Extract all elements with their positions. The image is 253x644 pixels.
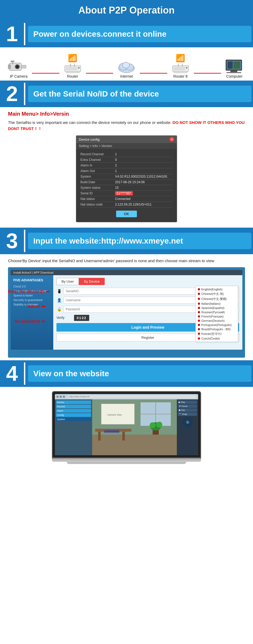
password-field-icon: 🔒 [56, 307, 62, 311]
dialog-ok-button[interactable]: OK [116, 211, 137, 217]
svg-rect-22 [174, 72, 187, 73]
laptop-screen: http://www.xmeye.net Device Record Alarm… [52, 391, 201, 458]
verify-code: 0132 [74, 315, 89, 321]
toolbar-dot-2 [60, 396, 62, 398]
device-internet: Internet [113, 59, 140, 78]
svg-text:Camera View: Camera View [107, 413, 122, 416]
lang-dot-pt [198, 324, 200, 326]
ip-camera-icon-area [8, 59, 29, 73]
router1-label: Router [67, 74, 78, 78]
lang-italian[interactable]: Italian(Italiano) [196, 302, 238, 306]
lang-french[interactable]: French(Français) [196, 314, 238, 319]
lang-label-ru: Russian(Русский) [201, 311, 225, 314]
row-value-alarm-out: 1 [115, 169, 173, 173]
row-value-extra: 0 [115, 158, 173, 162]
annotations-container: Enter the device ID ⬅ Admin ⬅ No passwor… [8, 288, 51, 326]
lang-label-es: Spanish(Español) [201, 306, 225, 310]
dialog-close-button[interactable]: ✕ [169, 137, 174, 142]
svg-rect-4 [21, 65, 26, 68]
serial-desc-text: The SerialNo is very important.we can co… [8, 120, 172, 125]
nav-item-3: Alarm [56, 409, 91, 413]
nav-item-1: Device [56, 400, 91, 404]
row-value-alarm-in: 2 [115, 164, 173, 167]
row-label-nat-code: Nat status code [80, 203, 115, 206]
language-dropdown: English(English) Chinese(中文-简) Chinese(中… [195, 286, 238, 342]
lang-dot-zhs [198, 293, 200, 295]
row-label-extra: Extra Channel [80, 158, 115, 162]
row-value-nat: Connected [115, 197, 173, 201]
xmeye-install-text: Install ActiveX | APP Download [13, 271, 54, 274]
step3-number: 3 [0, 228, 24, 254]
svg-rect-25 [227, 61, 233, 69]
step1-text: Power on devices.connect it online [33, 30, 166, 38]
svg-rect-26 [233, 61, 240, 69]
dialog-titlebar: Device config ✕ [76, 136, 177, 143]
lang-label-it: Italian(Italiano) [201, 302, 221, 305]
annotation-label-3: No password [8, 319, 40, 323]
toolbar-dot-3 [63, 396, 65, 398]
internet-label: Internet [120, 74, 133, 78]
nav-item-2: Record [56, 405, 91, 408]
svg-rect-6 [11, 61, 14, 62]
lang-german[interactable]: German(Deutsch) [196, 319, 238, 323]
page-header: About P2P Operation [0, 0, 253, 21]
lang-label-fr: French(Français) [201, 315, 224, 318]
row-value-nat-code: 2:123.59.25.129/1/0/+011 [115, 203, 173, 206]
lang-dot-es [198, 307, 200, 309]
lang-czech[interactable]: Czech(České) [196, 336, 238, 341]
step4-number: 4 [0, 360, 24, 387]
lang-brazil[interactable]: Brazil(Português - BR) [196, 327, 238, 331]
lang-russian[interactable]: Russian(Русский) [196, 310, 238, 314]
step3-content: Choose'By Device'.input the SerialNO and… [0, 254, 253, 360]
step4-content: http://www.xmeye.net Device Record Alarm… [0, 387, 253, 469]
laptop-screen-inner: http://www.xmeye.net Device Record Alarm… [55, 394, 198, 455]
annotation-no-password: No password ⬅ [8, 318, 51, 324]
lang-korean[interactable]: Korean(한국어) [196, 331, 238, 336]
lang-spanish[interactable]: Spanish(Español) [196, 306, 238, 310]
annotation-admin: Admin ⬅ [8, 303, 51, 309]
step2-number: 2 [0, 81, 24, 107]
address-bar: http://www.xmeye.net [68, 395, 197, 398]
cloud-icon [116, 59, 137, 73]
annotation-arrow-1: ⬅ [46, 288, 50, 294]
serial-description: The SerialNo is very important.we can co… [8, 120, 245, 132]
step2-content: Main Menu> Info>Versin The SerialNo is v… [0, 107, 253, 228]
dialog-row-nat-status: Nat status Connected [80, 196, 173, 202]
lang-dot-en [198, 288, 200, 290]
svg-rect-30 [92, 434, 177, 455]
svg-rect-12 [66, 72, 79, 73]
step2-text: Get the Serial No/ID of the device [33, 89, 159, 98]
page-title: About P2P Operation [3, 5, 250, 16]
lang-chinese-traditional[interactable]: Chinese(中文-繁體) [196, 296, 238, 302]
device-router2: 📶 Router 8 [167, 54, 194, 78]
row-label-sys-status: System status [80, 186, 115, 190]
control-knob: ⊕ [182, 417, 193, 428]
step1-number: 1 [0, 21, 24, 47]
main-menu-label: Main Menu> Info>Versin [8, 111, 245, 117]
control-btn-3: ⏺ Rec [178, 408, 197, 412]
svg-rect-20 [178, 64, 179, 67]
lang-label-br: Brazil(Português - BR) [201, 328, 231, 331]
lang-label-de: German(Deutsch) [201, 319, 225, 322]
dialog-row-alarm-out: Alarm Out 1 [80, 168, 173, 174]
lang-chinese-simplified[interactable]: Chinese(中文-简) [196, 291, 238, 296]
row-value-record: 1 [115, 152, 173, 156]
annotation-enter-id: Enter the device ID ⬅ [8, 288, 51, 294]
router2-label: Router 8 [173, 74, 188, 78]
nav-item-4: Config [56, 413, 91, 417]
svg-rect-36 [98, 432, 101, 440]
lang-portuguese[interactable]: Portuguese(Português) [196, 323, 238, 327]
tab-by-device[interactable]: By Device [79, 278, 105, 285]
line-router1-cloud [86, 73, 113, 74]
tab-by-user[interactable]: By User [56, 278, 79, 285]
wifi1-icon: 📶 [68, 54, 77, 62]
camera-feed-svg: Camera View [92, 399, 177, 455]
network-diagram: IP Camera 📶 Router [0, 47, 253, 81]
lang-english[interactable]: English(English) [196, 287, 238, 291]
step2-banner: 2 Get the Serial No/ID of the device [0, 81, 253, 107]
laptop-base [52, 458, 201, 462]
device-router1: 📶 Router [59, 54, 86, 78]
laptop-toolbar: http://www.xmeye.net [55, 394, 198, 399]
dialog-row-system: System V4.02.R12.00022S20.11012.044100. [80, 174, 173, 179]
dialog-title: Device config [79, 137, 100, 141]
